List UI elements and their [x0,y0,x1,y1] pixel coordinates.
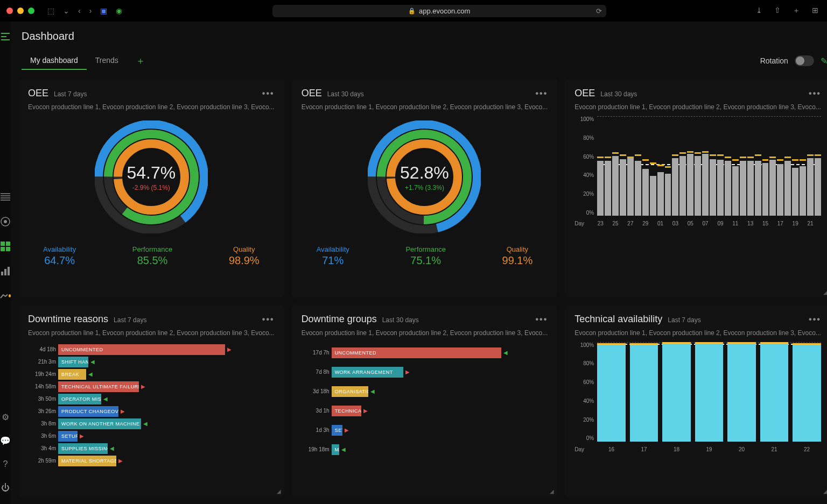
downtime-groups-list: 17d 7hUNCOMMENTED◀7d 8hWORK ARRANGEMENT▶… [302,347,548,455]
card-menu-button[interactable]: ••• [262,89,275,98]
downtime-duration: 14h 58m [28,384,56,389]
back-button[interactable]: ‹ [76,6,83,15]
kpi-availability-label: Availability [317,245,349,253]
bar-column [755,154,761,216]
nav-record-icon[interactable] [0,216,11,227]
fullscreen-window-button[interactable] [28,8,34,14]
download-icon[interactable]: ⤓ [754,6,765,16]
card-title: OEE [574,88,595,99]
nav-dashboard-icon[interactable] [0,241,11,252]
window-controls [6,8,34,14]
downtime-duration: 3h 8m [28,421,56,427]
card-menu-button[interactable]: ••• [809,315,821,324]
tab-favicon-2[interactable]: ◉ [114,6,124,15]
bar-column [687,151,693,216]
address-field[interactable]: 🔒 app.evocon.com ⟳ [272,5,606,17]
resize-handle-icon[interactable]: ◢ [823,289,827,295]
downtime-bar: SUPPLIES MISSING [58,443,108,454]
card-oee-7days: OEE Last 7 days ••• Evocon production li… [18,79,284,297]
nav-trends-icon[interactable] [0,290,11,301]
tab-trends[interactable]: Trends [87,52,127,70]
bar-column [740,157,746,216]
downtime-bar: TECHNICAL [332,406,361,416]
nav-help-icon[interactable]: ? [0,459,11,470]
dropdown-chevron-icon[interactable]: ⌄ [61,6,72,15]
downtime-row: 19h 18mMAINTENANCE◀ [302,444,548,455]
oee-bar-chart: 100%80%60%40%20%0% Day 23252729010305070… [574,116,821,226]
svg-rect-8 [8,267,10,275]
card-desc: Evocon production line 1, Evocon product… [574,329,821,337]
resize-handle-icon[interactable]: ◢ [550,488,554,494]
downtime-duration: 7d 8h [302,369,330,375]
resize-handle-icon[interactable]: ◢ [823,488,827,494]
rotation-toggle[interactable] [795,55,814,66]
address-bar: ◐ 🔒 app.evocon.com ⟳ [129,5,749,17]
downtime-bar: MAINTENANCE [332,444,339,455]
bar-column [695,152,701,216]
add-tab-button[interactable]: ＋ [127,50,154,72]
downtime-row: 3h 4mSUPPLIES MISSING◀ [28,443,275,454]
downtime-row: 3h 50mOPERATOR MISSING◀ [28,394,275,404]
tab-favicon-1[interactable]: ▣ [98,6,109,15]
forward-button[interactable]: › [87,6,94,15]
bar-column [793,343,821,441]
resize-handle-icon[interactable]: ◢ [277,488,281,494]
sidebar-toggle-icon[interactable]: ⬚ [45,6,57,15]
card-menu-button[interactable]: ••• [535,89,548,98]
card-technical-availability: Technical availability Last 7 days ••• E… [565,305,827,497]
card-menu-button[interactable]: ••• [262,315,275,324]
card-menu-button[interactable]: ••• [809,89,821,98]
kpi-performance-label: Performance [132,245,172,253]
new-tab-icon[interactable]: ＋ [790,6,802,16]
trend-down-icon: ◀ [88,371,93,377]
tab-my-dashboard[interactable]: My dashboard [22,52,87,70]
bar-column [747,157,754,216]
tab-overview-icon[interactable]: ⊞ [810,6,821,16]
downtime-duration: 3d 18h [302,388,330,394]
brand-logo[interactable] [0,32,11,41]
trend-down-icon: ◀ [503,350,508,356]
bar-column [762,159,769,216]
nav-list-icon[interactable] [0,191,11,202]
bar-column [657,165,664,216]
bar-column [620,154,626,216]
url-host: app.evocon.com [419,7,470,15]
downtime-row: 3h 6mSETUP▶ [28,431,275,442]
x-axis-label: Day [574,221,584,226]
downtime-bar: ORGANISATIONAL [332,386,368,397]
downtime-row: 14h 58mTECHNICAL ULTIMATE FAILURE▶ [28,381,275,392]
oee-value: 52.8% [400,163,449,183]
kpi-quality-value: 99.1% [502,254,533,267]
close-window-button[interactable] [6,8,13,14]
refresh-icon[interactable]: ⟳ [596,7,602,15]
edit-dashboard-icon[interactable]: ✎ [821,56,827,66]
svg-rect-4 [1,247,5,251]
card-subtitle: Last 7 days [668,316,700,324]
rotation-label: Rotation [760,56,788,65]
bar-column [717,154,724,216]
oee-delta: +1.7% (3.3%) [400,184,449,191]
bar-column [597,343,626,441]
bar-column [784,157,791,216]
card-oee-30days: OEE Last 30 days ••• Evocon production l… [292,79,558,297]
trend-down-icon: ◀ [370,388,375,394]
card-desc: Evocon production line 1, Evocon product… [28,329,275,337]
oee-donut-30: 52.8% +1.7% (3.3%) [368,120,481,233]
card-menu-button[interactable]: ••• [535,315,548,324]
downtime-bar: OPERATOR MISSING [58,394,101,404]
nav-settings-icon[interactable]: ⚙ [0,411,11,422]
downtime-duration: 19h 24m [28,371,56,377]
nav-reports-icon[interactable] [0,266,11,276]
card-desc: Evocon production line 1, Evocon product… [302,103,548,111]
downtime-duration: 3h 6m [28,433,56,439]
minimize-window-button[interactable] [17,8,24,14]
nav-chat-icon[interactable]: 💬 [0,435,11,446]
share-icon[interactable]: ⇧ [772,6,783,16]
bar-column [662,342,691,441]
nav-power-icon[interactable]: ⏻ [0,482,11,493]
downtime-row: 4d 18hUNCOMMENTED▶ [28,344,275,355]
oee-delta: -2.9% (5.1%) [127,184,176,191]
downtime-bar: SETUP [58,431,78,442]
downtime-duration: 3h 4m [28,445,56,451]
downtime-row: 3h 26mPRODUCT CHANGEOVER▶ [28,406,275,417]
